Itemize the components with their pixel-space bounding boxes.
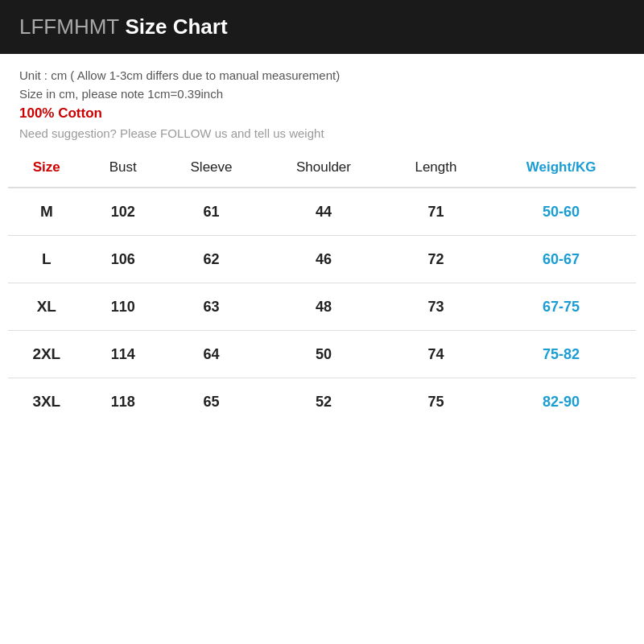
data-cell: 62: [161, 236, 262, 283]
col-header-weight: Weight/KG: [486, 148, 636, 188]
data-cell: 110: [85, 283, 161, 331]
header: LFFMHMT Size Chart: [0, 0, 644, 54]
size-cell: M: [8, 188, 85, 236]
data-cell: 75: [386, 378, 486, 426]
info-section: Unit : cm ( Allow 1-3cm differs due to m…: [0, 54, 644, 148]
table-container: Size Bust Sleeve Shoulder Length Weight/…: [0, 148, 644, 644]
size-cell: 2XL: [8, 331, 85, 378]
weight-cell: 67-75: [486, 283, 636, 331]
table-row: L10662467260-67: [8, 236, 636, 283]
weight-cell: 50-60: [486, 188, 636, 236]
weight-cell: 60-67: [486, 236, 636, 283]
data-cell: 73: [386, 283, 486, 331]
size-cell: L: [8, 236, 85, 283]
material-line: 100% Cotton: [19, 105, 625, 122]
data-cell: 106: [85, 236, 161, 283]
data-cell: 74: [386, 331, 486, 378]
data-cell: 48: [262, 283, 385, 331]
unit-line: Unit : cm ( Allow 1-3cm differs due to m…: [19, 68, 625, 82]
table-header-row: Size Bust Sleeve Shoulder Length Weight/…: [8, 148, 636, 188]
size-cell: 3XL: [8, 378, 85, 426]
data-cell: 61: [161, 188, 262, 236]
table-row: M10261447150-60: [8, 188, 636, 236]
data-cell: 64: [161, 331, 262, 378]
col-header-shoulder: Shoulder: [262, 148, 385, 188]
data-cell: 63: [161, 283, 262, 331]
col-header-length: Length: [386, 148, 486, 188]
weight-cell: 82-90: [486, 378, 636, 426]
data-cell: 52: [262, 378, 385, 426]
chart-label: Size Chart: [125, 14, 227, 39]
page-wrapper: LFFMHMT Size Chart Unit : cm ( Allow 1-3…: [0, 0, 644, 644]
table-row: 2XL11464507475-82: [8, 331, 636, 378]
size-note-line: Size in cm, please note 1cm=0.39inch: [19, 87, 625, 101]
suggestion-line: Need suggestion? Please FOLLOW us and te…: [19, 126, 625, 140]
data-cell: 102: [85, 188, 161, 236]
col-header-bust: Bust: [85, 148, 161, 188]
size-cell: XL: [8, 283, 85, 331]
data-cell: 114: [85, 331, 161, 378]
data-cell: 50: [262, 331, 385, 378]
table-row: 3XL11865527582-90: [8, 378, 636, 426]
header-title: LFFMHMT Size Chart: [19, 14, 625, 39]
data-cell: 46: [262, 236, 385, 283]
col-header-sleeve: Sleeve: [161, 148, 262, 188]
weight-cell: 75-82: [486, 331, 636, 378]
data-cell: 72: [386, 236, 486, 283]
data-cell: 118: [85, 378, 161, 426]
data-cell: 44: [262, 188, 385, 236]
col-header-size: Size: [8, 148, 85, 188]
brand-name: LFFMHMT: [19, 14, 119, 39]
size-table: Size Bust Sleeve Shoulder Length Weight/…: [8, 148, 636, 425]
table-row: XL11063487367-75: [8, 283, 636, 331]
data-cell: 71: [386, 188, 486, 236]
data-cell: 65: [161, 378, 262, 426]
